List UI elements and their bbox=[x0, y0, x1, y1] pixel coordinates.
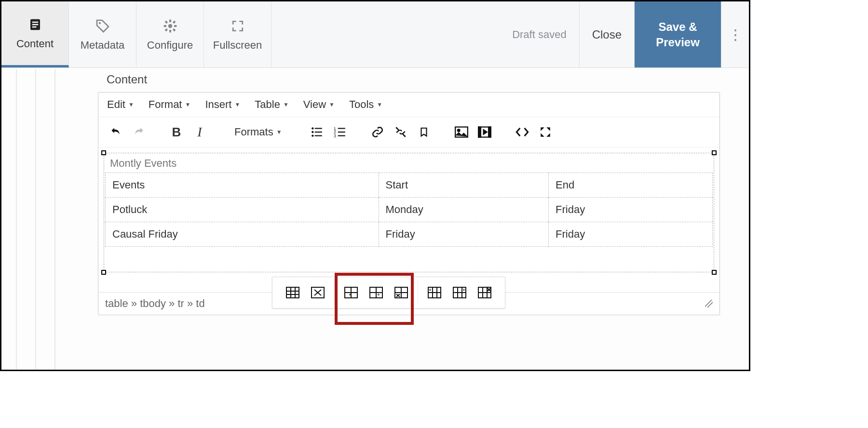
draft-status: Draft saved bbox=[500, 1, 579, 67]
bullet-list-button[interactable] bbox=[305, 122, 328, 142]
menu-insert[interactable]: Insert▼ bbox=[205, 98, 240, 111]
svg-rect-1 bbox=[32, 22, 38, 23]
table-cell[interactable]: Causal Friday bbox=[106, 222, 379, 247]
tab-label: Metadata bbox=[81, 39, 125, 52]
caret-down-icon: ▼ bbox=[377, 101, 382, 108]
menu-format[interactable]: Format▼ bbox=[149, 98, 191, 111]
svg-line-26 bbox=[396, 127, 398, 130]
save-preview-button[interactable]: Save & Preview bbox=[634, 1, 721, 67]
svg-marker-33 bbox=[483, 130, 487, 134]
caret-down-icon: ▼ bbox=[128, 101, 134, 108]
close-button[interactable]: Close bbox=[579, 1, 634, 67]
image-button[interactable] bbox=[450, 122, 473, 142]
svg-rect-31 bbox=[478, 127, 481, 137]
bookmark-button[interactable] bbox=[412, 122, 435, 142]
source-code-button[interactable] bbox=[511, 122, 534, 142]
table-cell[interactable]: Friday bbox=[549, 222, 713, 247]
resize-handle-bl[interactable] bbox=[101, 270, 106, 275]
editor-canvas[interactable]: Montly Events Events Start End Potluck bbox=[98, 147, 719, 292]
link-button[interactable] bbox=[366, 122, 389, 142]
resize-handle-tl[interactable] bbox=[101, 150, 106, 155]
tab-fullscreen[interactable]: Fullscreen bbox=[204, 1, 271, 67]
caret-down-icon: ▼ bbox=[283, 101, 289, 108]
tab-label: Content bbox=[16, 38, 54, 50]
menu-tools[interactable]: Tools▼ bbox=[349, 98, 382, 111]
fullscreen-editor-button[interactable] bbox=[534, 122, 557, 142]
resize-grip[interactable] bbox=[705, 300, 713, 308]
content-table[interactable]: Events Start End Potluck Monday Friday C… bbox=[105, 173, 713, 247]
svg-rect-21 bbox=[338, 128, 345, 129]
table-cell[interactable]: Potluck bbox=[106, 198, 379, 222]
italic-button[interactable]: I bbox=[188, 122, 211, 142]
table-cell[interactable]: Friday bbox=[379, 222, 549, 247]
section-label: Content bbox=[107, 73, 749, 86]
menu-table[interactable]: Table▼ bbox=[255, 98, 288, 111]
menu-view[interactable]: View▼ bbox=[303, 98, 335, 111]
svg-point-16 bbox=[312, 131, 313, 133]
svg-text:+: + bbox=[377, 292, 380, 297]
caret-down-icon: ▼ bbox=[185, 101, 191, 108]
insert-row-after-button[interactable]: + bbox=[366, 283, 387, 302]
more-vertical-icon: ⋮ bbox=[728, 26, 743, 43]
tab-configure[interactable]: Configure bbox=[136, 1, 204, 67]
bold-button[interactable]: B bbox=[165, 122, 188, 142]
table-row[interactable]: Potluck Monday Friday bbox=[106, 198, 713, 222]
svg-rect-2 bbox=[32, 24, 38, 26]
caret-down-icon: ▼ bbox=[329, 101, 335, 108]
svg-rect-3 bbox=[32, 27, 36, 28]
unlink-button[interactable] bbox=[389, 122, 412, 142]
document-icon bbox=[28, 16, 42, 33]
insert-column-after-button[interactable]: + bbox=[449, 283, 470, 302]
svg-text:+: + bbox=[349, 292, 352, 297]
table-row[interactable]: Events Start End bbox=[106, 173, 713, 198]
delete-row-button[interactable] bbox=[391, 283, 412, 302]
svg-rect-23 bbox=[338, 132, 345, 133]
media-button[interactable] bbox=[473, 122, 496, 142]
redo-button[interactable] bbox=[127, 122, 150, 142]
svg-text:+: + bbox=[462, 287, 465, 293]
menu-edit[interactable]: Edit▼ bbox=[107, 98, 134, 111]
svg-line-27 bbox=[403, 134, 405, 136]
tag-icon bbox=[95, 18, 110, 34]
table-cell[interactable]: Events bbox=[106, 173, 379, 198]
delete-table-button[interactable] bbox=[307, 283, 328, 302]
more-menu-button[interactable]: ⋮ bbox=[721, 1, 749, 67]
svg-point-18 bbox=[312, 134, 313, 136]
svg-rect-34 bbox=[286, 287, 299, 298]
table-cell[interactable]: Friday bbox=[549, 198, 713, 222]
svg-rect-32 bbox=[488, 127, 491, 137]
caret-down-icon: ▼ bbox=[234, 101, 240, 108]
table-cell[interactable]: Start bbox=[379, 173, 549, 198]
table-properties-button[interactable] bbox=[282, 283, 303, 302]
svg-line-12 bbox=[165, 29, 167, 31]
fullscreen-icon bbox=[231, 18, 244, 34]
tab-content[interactable]: Content bbox=[1, 1, 69, 67]
rich-text-editor: Edit▼ Format▼ Insert▼ Table▼ View▼ Tools… bbox=[98, 92, 720, 315]
table-cell[interactable]: End bbox=[549, 173, 713, 198]
table-cell[interactable]: Monday bbox=[379, 198, 549, 222]
svg-point-14 bbox=[312, 127, 313, 129]
insert-column-before-button[interactable]: + bbox=[424, 283, 445, 302]
element-path[interactable]: table » tbody » tr » td bbox=[105, 297, 205, 310]
editor-menubar: Edit▼ Format▼ Insert▼ Table▼ View▼ Tools… bbox=[98, 93, 719, 117]
svg-rect-19 bbox=[314, 135, 322, 136]
tab-metadata[interactable]: Metadata bbox=[69, 1, 136, 67]
svg-rect-25 bbox=[338, 135, 345, 136]
caret-down-icon: ▼ bbox=[276, 129, 282, 135]
svg-text:3: 3 bbox=[334, 134, 336, 138]
gear-icon bbox=[163, 18, 178, 34]
formats-dropdown[interactable]: Formats▼ bbox=[226, 126, 291, 138]
delete-column-button[interactable] bbox=[474, 283, 495, 302]
undo-button[interactable] bbox=[104, 122, 127, 142]
svg-rect-17 bbox=[314, 132, 322, 133]
resize-handle-tr[interactable] bbox=[712, 150, 717, 155]
svg-text:+: + bbox=[429, 287, 432, 293]
table-caption[interactable]: Montly Events bbox=[105, 153, 713, 173]
resize-handle-br[interactable] bbox=[712, 270, 717, 275]
numbered-list-button[interactable]: 123 bbox=[328, 122, 352, 142]
svg-line-10 bbox=[165, 21, 167, 23]
svg-point-5 bbox=[168, 24, 172, 28]
top-toolbar: Content Metadata Configure Fullscreen Dr… bbox=[1, 1, 749, 68]
table-row[interactable]: Causal Friday Friday Friday bbox=[106, 222, 713, 247]
insert-row-before-button[interactable]: + bbox=[340, 283, 362, 302]
